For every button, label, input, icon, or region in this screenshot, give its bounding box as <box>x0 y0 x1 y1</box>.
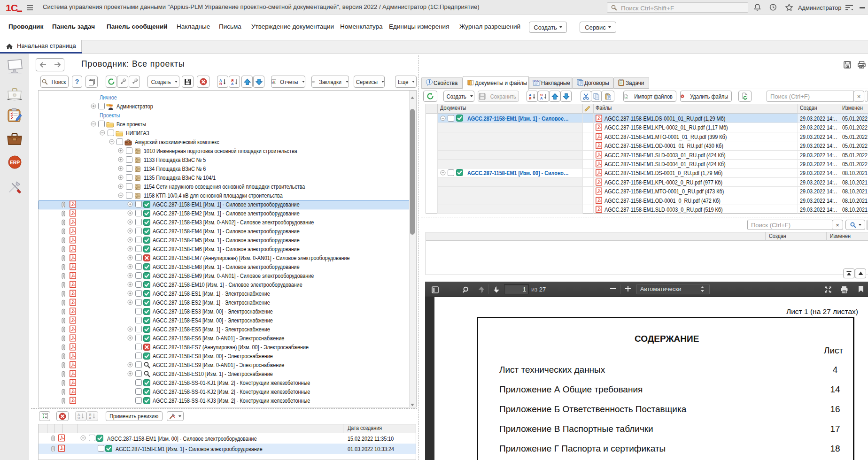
svg-text:ERP: ERP <box>10 160 20 165</box>
svg-text:НАКЛ: НАКЛ <box>533 79 541 82</box>
svg-text:А: А <box>89 416 92 420</box>
svg-text:Я: Я <box>529 96 531 100</box>
svg-text:А: А <box>540 96 543 100</box>
svg-text:Я: Я <box>219 82 222 85</box>
svg-text:А: А <box>231 82 234 85</box>
svg-text:Я: Я <box>78 416 80 420</box>
